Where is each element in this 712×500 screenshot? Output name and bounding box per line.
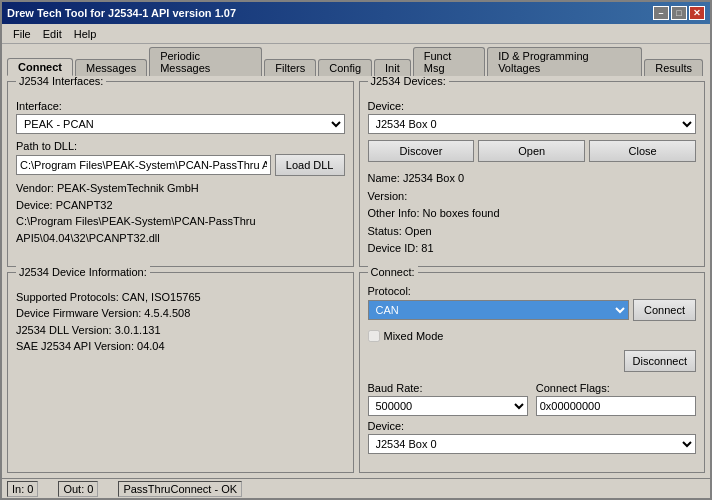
tab-messages[interactable]: Messages (75, 59, 147, 76)
device-select[interactable]: J2534 Box 0 (368, 114, 697, 134)
j2534-interfaces-title: J2534 Interfaces: (16, 76, 106, 87)
load-dll-button[interactable]: Load DLL (275, 154, 345, 176)
menu-edit[interactable]: Edit (37, 27, 68, 41)
connect-inner: Protocol: CAN ISO15765 ISO14230 J1850PWM… (368, 285, 697, 454)
connect-flags-group: Connect Flags: (536, 382, 696, 416)
window-title: Drew Tech Tool for J2534-1 API version 1… (7, 7, 236, 19)
protocol-select[interactable]: CAN ISO15765 ISO14230 J1850PWM J1850VPW (368, 300, 630, 320)
close-button[interactable]: ✕ (689, 6, 705, 20)
tab-funct-msg[interactable]: Funct Msg (413, 47, 485, 76)
device-info-text: Name: J2534 Box 0 Version: Other Info: N… (368, 170, 697, 258)
j2534-devices-title: J2534 Devices: (368, 76, 449, 87)
close-button[interactable]: Close (589, 140, 696, 162)
interface-select[interactable]: PEAK - PCAN (16, 114, 345, 134)
menu-file[interactable]: File (7, 27, 37, 41)
connect-device-label: Device: (368, 420, 697, 432)
interface-label: Interface: (16, 100, 345, 112)
device-buttons: Discover Open Close (368, 140, 697, 162)
discover-button[interactable]: Discover (368, 140, 475, 162)
mixed-mode-row: Mixed Mode (368, 330, 697, 342)
connect-device-select[interactable]: J2534 Box 0 (368, 434, 697, 454)
connect-flags-label: Connect Flags: (536, 382, 696, 394)
device-info-lines: Supported Protocols: CAN, ISO15765 Devic… (16, 289, 345, 355)
path-dll-input[interactable] (16, 155, 271, 175)
menu-bar: File Edit Help (2, 24, 710, 44)
protocol-row: CAN ISO15765 ISO14230 J1850PWM J1850VPW … (368, 299, 697, 321)
baud-flags-row: Baud Rate: 500000 Connect Flags: (368, 382, 697, 416)
baud-rate-select[interactable]: 500000 (368, 396, 528, 416)
status-message: PassThruConnect - OK (118, 481, 242, 497)
device-info-title: J2534 Device Information: (16, 266, 150, 278)
connect-panel: Connect: Protocol: CAN ISO15765 ISO14230… (359, 272, 706, 473)
tab-results[interactable]: Results (644, 59, 703, 76)
connect-button[interactable]: Connect (633, 299, 696, 321)
main-window: Drew Tech Tool for J2534-1 API version 1… (0, 0, 712, 500)
connect-device-group: Device: J2534 Box 0 (368, 420, 697, 454)
open-button[interactable]: Open (478, 140, 585, 162)
tab-bar: Connect Messages Periodic Messages Filte… (2, 44, 710, 76)
dll-row: Load DLL (16, 154, 345, 176)
status-bar: In: 0 Out: 0 PassThruConnect - OK (2, 478, 710, 498)
content-area: J2534 Interfaces: Interface: PEAK - PCAN… (2, 76, 710, 478)
mixed-mode-label: Mixed Mode (384, 330, 444, 342)
device-information-panel: J2534 Device Information: Supported Prot… (7, 272, 354, 473)
baud-rate-group: Baud Rate: 500000 (368, 382, 528, 416)
path-dll-label: Path to DLL: (16, 140, 345, 152)
tab-connect[interactable]: Connect (7, 58, 73, 76)
tab-init[interactable]: Init (374, 59, 411, 76)
disconnect-button[interactable]: Disconnect (624, 350, 696, 372)
tab-periodic-messages[interactable]: Periodic Messages (149, 47, 262, 76)
maximize-button[interactable]: □ (671, 6, 687, 20)
tab-id-programming[interactable]: ID & Programming Voltages (487, 47, 642, 76)
protocol-label: Protocol: (368, 285, 697, 297)
window-controls: – □ ✕ (653, 6, 705, 20)
connect-flags-input[interactable] (536, 396, 696, 416)
mixed-mode-checkbox[interactable] (368, 330, 380, 342)
title-bar: Drew Tech Tool for J2534-1 API version 1… (2, 2, 710, 24)
tab-filters[interactable]: Filters (264, 59, 316, 76)
protocol-row-wrapper: Protocol: CAN ISO15765 ISO14230 J1850PWM… (368, 285, 697, 321)
status-in: In: 0 (7, 481, 38, 497)
status-out: Out: 0 (58, 481, 98, 497)
tab-config[interactable]: Config (318, 59, 372, 76)
menu-help[interactable]: Help (68, 27, 103, 41)
interface-info: Vendor: PEAK-SystemTechnik GmbH Device: … (16, 180, 345, 246)
j2534-interfaces-panel: J2534 Interfaces: Interface: PEAK - PCAN… (7, 81, 354, 267)
minimize-button[interactable]: – (653, 6, 669, 20)
connect-title: Connect: (368, 266, 418, 278)
j2534-devices-panel: J2534 Devices: Device: J2534 Box 0 Disco… (359, 81, 706, 267)
baud-rate-label: Baud Rate: (368, 382, 528, 394)
disconnect-row: Disconnect (368, 350, 697, 372)
device-label: Device: (368, 100, 697, 112)
